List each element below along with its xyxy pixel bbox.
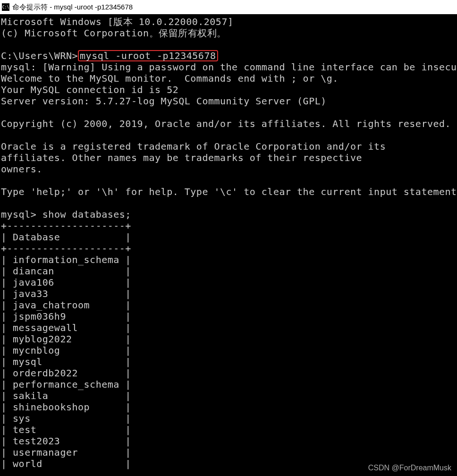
prompt-path: C:\Users\WRN> [1,50,78,61]
oracle-trademark-3: owners. [1,163,42,175]
window-titlebar[interactable]: C:\ 命令提示符 - mysql -uroot -p12345678 [0,0,457,14]
windows-version-line: Microsoft Windows [版本 10.0.22000.2057] [1,16,233,27]
window-title: 命令提示符 - mysql -uroot -p12345678 [12,3,133,12]
ms-copyright-line: (c) Microsoft Corporation。保留所有权利。 [1,27,227,39]
table-header-row: | Database | [1,231,131,243]
mysql-welcome: Welcome to the MySQL monitor. Commands e… [1,73,339,84]
mysql-prompt: mysql> [1,209,42,220]
table-border-top: +--------------------+ [1,220,131,231]
table-border-mid: +--------------------+ [1,243,131,254]
mysql-conn-id: Your MySQL connection id is 52 [1,84,178,95]
cmd-icon: C:\ [2,3,9,11]
mysql-server-version: Server version: 5.7.27-log MySQL Communi… [1,95,327,107]
terminal-output[interactable]: Microsoft Windows [版本 10.0.22000.2057] (… [0,14,457,471]
mysql-warning: mysql: [Warning] Using a password on the… [1,61,457,73]
mysql-help-line: Type 'help;' or '\h' for help. Type '\c'… [1,186,457,197]
database-list: | information_schema | | diancan | | jav… [1,254,131,469]
highlighted-command: mysql -uroot -p12345678 [78,50,218,61]
oracle-trademark-1: Oracle is a registered trademark of Orac… [1,141,386,152]
watermark: CSDN @ForDreamMusk [368,464,451,472]
oracle-copyright: Copyright (c) 2000, 2019, Oracle and/or … [1,118,451,129]
show-databases-cmd: show databases; [42,209,131,220]
oracle-trademark-2: affiliates. Other names may be trademark… [1,152,362,163]
